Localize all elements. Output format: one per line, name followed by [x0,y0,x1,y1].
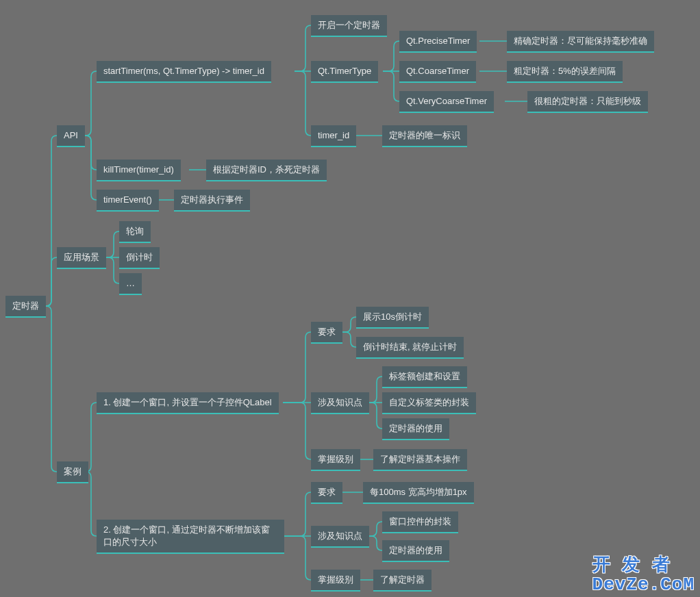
node-poll: 轮询 [119,221,151,243]
node-c2-kp-b: 定时器的使用 [382,540,449,562]
node-c2-kp-a: 窗口控件的封装 [382,511,458,533]
node-starttimer[interactable]: startTimer(ms, Qt.TimerType) -> timer_id [97,61,271,83]
node-verycoarse: Qt.VeryCoarseTimer [399,91,494,113]
node-c1-req-a: 展示10s倒计时 [356,307,429,329]
node-coarse: Qt.CoarseTimer [399,61,476,83]
node-c2-level-desc: 了解定时器 [373,570,432,592]
node-c2-level[interactable]: 掌握级别 [311,570,360,592]
node-timerevent-desc: 定时器执行事件 [174,190,250,212]
node-killtimer-desc: 根据定时器ID，杀死定时器 [206,160,327,181]
node-api[interactable]: API [57,125,85,147]
node-c1-kp-a: 标签额创建和设置 [382,366,467,388]
node-countdown: 倒计时 [119,247,160,269]
node-c1-req[interactable]: 要求 [311,322,342,344]
node-precise: Qt.PreciseTimer [399,31,477,53]
node-c2-req-desc: 每100ms 宽高均增加1px [363,482,474,504]
node-precise-desc: 精确定时器：尽可能保持毫秒准确 [507,31,654,53]
node-cases[interactable]: 案例 [57,461,88,483]
node-timerevent[interactable]: timerEvent() [97,190,159,212]
node-timertype[interactable]: Qt.TimerType [311,61,378,83]
node-case1[interactable]: 1. 创建一个窗口, 并设置一个子控件QLabel [97,392,279,414]
node-coarse-desc: 粗定时器：5%的误差间隔 [507,61,623,83]
node-c1-level-desc: 了解定时器基本操作 [373,449,467,471]
node-killtimer[interactable]: killTimer(timer_id) [97,160,181,181]
node-verycoarse-desc: 很粗的定时器：只能到秒级 [527,91,648,113]
watermark-line1: 开 发 者 [592,555,671,576]
node-more: … [119,273,142,295]
node-c1-req-b: 倒计时结束, 就停止计时 [356,337,464,359]
node-c2-req[interactable]: 要求 [311,482,342,504]
node-c1-kp-c: 定时器的使用 [382,418,449,440]
node-starttimer-open: 开启一个定时器 [311,15,387,37]
node-timerid: timer_id [311,125,356,147]
watermark-line2: DevZe.CoM [592,574,695,595]
node-scenes[interactable]: 应用场景 [57,247,106,269]
node-c2-kp[interactable]: 涉及知识点 [311,526,369,548]
node-c1-kp[interactable]: 涉及知识点 [311,392,369,414]
node-root[interactable]: 定时器 [5,296,46,318]
node-c1-level[interactable]: 掌握级别 [311,449,360,471]
watermark-logo: 开 发 者 DevZe.CoM [592,557,695,594]
node-timerid-desc: 定时器的唯一标识 [382,125,467,147]
node-c1-kp-b: 自定义标签类的封装 [382,392,476,414]
connector-lines [0,0,700,597]
node-case2[interactable]: 2. 创建一个窗口, 通过定时器不断增加该窗口的尺寸大小 [97,520,284,554]
